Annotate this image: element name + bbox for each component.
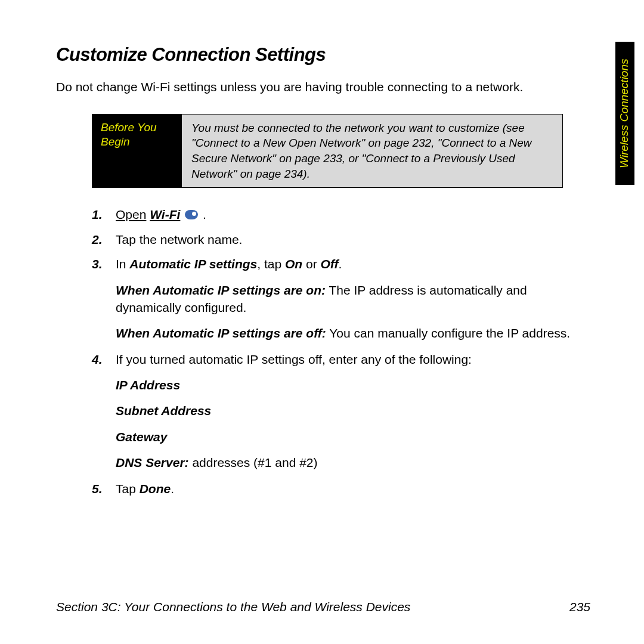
step-1: Open Wi-Fi . [92,206,590,223]
step-3-f: Off [321,257,339,271]
footer-page-number: 235 [569,598,590,615]
page-footer: Section 3C: Your Connections to the Web … [56,598,590,615]
step-3-b: Automatic IP settings [129,257,257,271]
step-5-b: Done [140,482,171,496]
before-you-begin-label: Before You Begin [92,114,182,188]
footer-section: Section 3C: Your Connections to the Web … [56,598,410,615]
step-4-subnet: Subnet Address [116,402,590,419]
step-3-g: . [338,257,342,271]
before-you-begin-box: Before You Begin You must be connected t… [92,114,563,188]
step-4: If you turned automatic IP settings off,… [92,351,590,472]
step-1-wifi: Wi-Fi [150,208,180,221]
step-4-ip: IP Address [116,376,590,394]
step-4-text: If you turned automatic IP settings off,… [116,352,472,366]
step-1-period: . [203,208,206,221]
step-3: In Automatic IP settings, tap On or Off.… [92,255,590,342]
step-3-c: , tap [257,257,285,271]
step-3-on-label: When Automatic IP settings are on: [116,283,326,297]
step-1-open: Open [116,208,146,221]
page-title: Customize Connection Settings [56,42,590,67]
step-4-dns: DNS Server: addresses (#1 and #2) [116,454,590,471]
steps-list: Open Wi-Fi . Tap the network name. In Au… [56,206,590,497]
step-4-dns-label: DNS Server: [116,456,189,469]
side-tab: Wireless Connections [615,42,634,185]
step-3-a: In [116,257,129,271]
side-tab-label: Wireless Connections [617,58,633,168]
step-3-off-text: You can manually configure the IP addres… [326,326,570,340]
manual-page: Customize Connection Settings Do not cha… [0,0,644,644]
step-5: Tap Done. [92,480,590,497]
wifi-icon [185,210,198,219]
step-4-dns-text: addresses (#1 and #2) [189,456,318,469]
step-3-on: When Automatic IP settings are on: The I… [116,281,590,317]
step-3-off-label: When Automatic IP settings are off: [116,326,326,340]
step-3-d: On [285,257,302,271]
before-you-begin-text: You must be connected to the network you… [182,114,562,188]
intro-text: Do not change Wi-Fi settings unless you … [56,78,590,95]
step-4-gateway: Gateway [116,428,590,445]
step-3-e: or [302,257,320,271]
step-3-off: When Automatic IP settings are off: You … [116,324,590,342]
step-2: Tap the network name. [92,231,590,248]
step-5-c: . [171,482,174,496]
step-5-a: Tap [116,482,140,496]
